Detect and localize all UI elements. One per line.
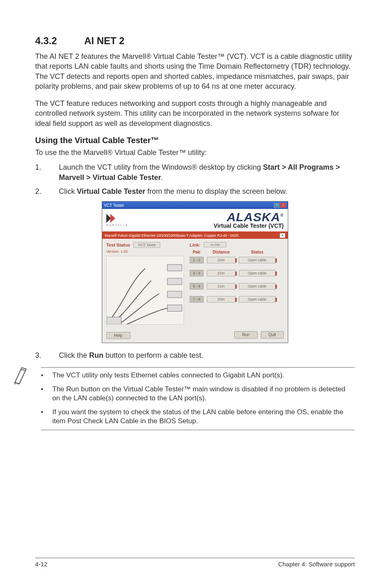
status-cell: Open cable	[239, 283, 276, 290]
pair-cell: 5 - 6	[190, 283, 204, 290]
step-text: Click the Run button to perform a cable …	[59, 350, 355, 360]
adapter-dropdown-icon[interactable]: ▾	[280, 233, 285, 238]
svg-rect-2	[167, 278, 182, 285]
table-row: 3 - 4 21m Open cable	[190, 270, 284, 276]
table-row: 7 - 8 20m Open cable	[190, 296, 284, 303]
bullet-icon: •	[41, 385, 45, 403]
col-distance: Distance	[207, 250, 235, 254]
section-heading: 4.3.2AI NET 2	[35, 35, 355, 47]
page: 4.3.2AI NET 2 The AI NET 2 features the …	[0, 0, 390, 588]
vct-body: Test Status VCT: Done Version: 1.02	[102, 239, 288, 329]
table-row: 5 - 6 21m Open cable	[190, 283, 284, 290]
chapter-label: Chapter 4: Software support	[278, 561, 355, 568]
run-button[interactable]: Run	[234, 331, 257, 339]
version-label: Version: 1.02	[106, 249, 186, 254]
col-pair: Pair	[190, 250, 204, 254]
note-icon	[10, 366, 33, 386]
marvell-logo-icon	[106, 214, 121, 223]
paragraph-3: To use the the Marvell® Virtual Cable Te…	[35, 148, 355, 157]
note-text: If you want the system to check the stat…	[52, 408, 355, 426]
note-item: •The Run button on the Virtual Cable Tes…	[41, 385, 355, 403]
vct-window: VCT Tester ? × MARVELL® ALASKA® Virtual …	[102, 201, 288, 343]
note-text: The Run button on the Virtual Cable Test…	[52, 385, 355, 403]
note-block: •The VCT utility only tests Ethernet cab…	[35, 366, 355, 430]
test-status-value: VCT: Done	[133, 242, 160, 248]
link-label: Link:	[190, 242, 200, 247]
step-text: Click Virtual Cable Tester from the menu…	[59, 186, 355, 196]
paragraph-1: The AI NET 2 features the Marvell® Virtu…	[35, 52, 355, 91]
subheading: Using the Virtual Cable Tester™	[35, 136, 355, 145]
paragraph-2: The VCT feature reduces networking and s…	[35, 99, 355, 128]
bullet-icon: •	[41, 408, 45, 426]
table-row: 1 - 2 20m Open cable	[190, 257, 284, 263]
bullet-icon: •	[41, 371, 45, 380]
step-text: Launch the VCT utility from the Windows®…	[59, 162, 355, 182]
svg-rect-1	[167, 265, 182, 271]
pair-cell: 1 - 2	[190, 257, 204, 263]
cable-diagram-svg	[107, 256, 184, 324]
svg-rect-4	[167, 305, 182, 312]
link-row: Link: no link	[190, 242, 284, 247]
adapter-text: Marvell Yukon Gigabit Ethernet 10/100/10…	[105, 233, 238, 238]
steps-list: 1. Launch the VCT utility from the Windo…	[35, 162, 355, 196]
note-list: •The VCT utility only tests Ethernet cab…	[41, 371, 355, 426]
step-number: 2.	[35, 186, 47, 196]
page-number: 4-12	[35, 561, 47, 568]
vct-header: MARVELL® ALASKA® Virtual Cable Tester (V…	[102, 209, 288, 232]
marvell-brand-text: MARVELL®	[106, 224, 128, 227]
section-number: 4.3.2	[35, 35, 84, 47]
svg-rect-0	[107, 317, 121, 325]
vct-right-panel: Link: no link Pair Distance Status 1 - 2…	[190, 242, 284, 325]
alaska-logo-text: ALASKA®	[214, 211, 284, 222]
distance-cell: 20m	[207, 296, 235, 303]
step-number: 3.	[35, 350, 47, 360]
marvell-logo: MARVELL®	[106, 214, 128, 227]
window-title: VCT Tester	[104, 203, 124, 208]
vct-subtitle: Virtual Cable Tester (VCT)	[214, 222, 284, 229]
step-3: 3. Click the Run button to perform a cab…	[35, 350, 355, 360]
window-titlebar: VCT Tester ? ×	[102, 202, 288, 209]
pair-cell: 7 - 8	[190, 296, 204, 303]
column-headers: Pair Distance Status	[190, 250, 284, 254]
page-footer: 4-12 Chapter 4: Software support	[35, 558, 355, 568]
screenshot-container: VCT Tester ? × MARVELL® ALASKA® Virtual …	[35, 201, 355, 343]
cable-diagram	[106, 256, 184, 325]
adapter-band: Marvell Yukon Gigabit Ethernet 10/100/10…	[102, 232, 288, 239]
link-value: no link	[204, 242, 226, 247]
note-text: The VCT utility only tests Ethernet cabl…	[52, 371, 285, 380]
col-status: Status	[239, 250, 276, 254]
step-2: 2. Click Virtual Cable Tester from the m…	[35, 186, 355, 196]
help-button[interactable]: Help	[106, 332, 130, 339]
note-divider-bottom	[41, 430, 355, 430]
window-buttons: ? ×	[274, 203, 286, 208]
note-item: •If you want the system to check the sta…	[41, 408, 355, 426]
vct-footer: Help Run Quit	[102, 329, 288, 343]
note-item: •The VCT utility only tests Ethernet cab…	[41, 371, 355, 380]
status-cell: Open cable	[239, 270, 276, 276]
vct-left-panel: Test Status VCT: Done Version: 1.02	[106, 242, 186, 325]
steps-list-continued: 3. Click the Run button to perform a cab…	[35, 350, 355, 360]
svg-rect-3	[167, 291, 182, 298]
status-cell: Open cable	[239, 257, 276, 263]
note-content: •The VCT utility only tests Ethernet cab…	[41, 366, 355, 430]
quit-button[interactable]: Quit	[261, 331, 284, 339]
status-cell: Open cable	[239, 296, 276, 303]
pair-cell: 3 - 4	[190, 270, 204, 276]
close-window-button[interactable]: ×	[280, 203, 286, 208]
test-status-label: Test Status	[106, 242, 130, 247]
help-window-button[interactable]: ?	[274, 203, 280, 208]
note-divider-top	[41, 367, 355, 368]
section-title-text: AI NET 2	[84, 35, 125, 46]
test-status-row: Test Status VCT: Done	[106, 242, 186, 248]
alaska-branding: ALASKA® Virtual Cable Tester (VCT)	[214, 211, 284, 229]
distance-cell: 20m	[207, 257, 235, 263]
step-1: 1. Launch the VCT utility from the Windo…	[35, 162, 355, 182]
distance-cell: 21m	[207, 270, 235, 276]
distance-cell: 21m	[207, 283, 235, 290]
step-number: 1.	[35, 162, 47, 182]
